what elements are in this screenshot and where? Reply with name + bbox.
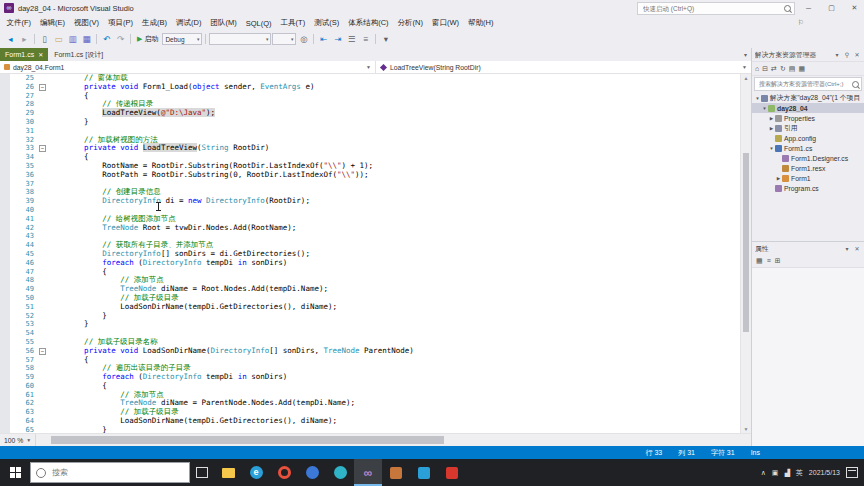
expand-icon[interactable]: ▶ xyxy=(768,116,775,121)
code-line[interactable]: } xyxy=(48,320,740,329)
code-line[interactable]: foreach (DirectoryInfo tempDi in sonDirs… xyxy=(48,373,740,382)
tray-icon-1[interactable]: ▣ xyxy=(772,469,779,477)
chevron-down-icon[interactable]: ▾ xyxy=(843,245,851,252)
fold-toggle-icon[interactable]: − xyxy=(39,348,46,355)
increase-indent-icon[interactable]: ⇥ xyxy=(331,32,344,46)
uncomment-icon[interactable]: ≡ xyxy=(359,32,372,46)
collapse-all-icon[interactable]: ⊟ xyxy=(762,64,768,74)
scroll-down-icon[interactable]: ▼ xyxy=(741,426,751,432)
tree-item[interactable]: Form1.Designer.cs xyxy=(752,153,864,163)
properties-icon[interactable]: ▦ xyxy=(798,64,805,74)
fold-gutter[interactable]: −−− xyxy=(37,74,48,433)
collapse-icon[interactable]: ▼ xyxy=(768,146,775,151)
code-line[interactable]: private void LoadTreeView(String RootDir… xyxy=(48,144,740,153)
menu-item[interactable]: 测试(S) xyxy=(310,18,344,28)
breakpoint-margin[interactable] xyxy=(0,74,10,433)
fold-toggle-icon[interactable]: − xyxy=(39,145,46,152)
sync-with-active-document-icon[interactable]: ⇄ xyxy=(771,64,777,74)
edge-icon[interactable]: e xyxy=(242,459,270,486)
collapse-icon[interactable]: ▼ xyxy=(761,106,768,111)
tree-item[interactable]: Form1.resx xyxy=(752,163,864,173)
nav-forward-icon[interactable]: ▸ xyxy=(18,32,31,46)
decrease-indent-icon[interactable]: ⇤ xyxy=(317,32,330,46)
scroll-up-icon[interactable]: ▲ xyxy=(741,75,751,81)
solution-search-input[interactable] xyxy=(757,80,850,88)
toolbar-overflow-icon[interactable]: ▾ xyxy=(379,32,392,46)
save-icon[interactable]: ▥ xyxy=(66,32,79,46)
show-all-files-icon[interactable]: ▤ xyxy=(789,64,796,74)
zoom-control[interactable]: 100 % ▼ xyxy=(0,434,36,446)
code-line[interactable]: private void LoadSonDirName(DirectoryInf… xyxy=(48,347,740,356)
alphabetical-icon[interactable]: ≡ xyxy=(767,256,771,266)
close-button[interactable]: ✕ xyxy=(845,1,864,16)
code-line[interactable]: LoadTreeView(@"D:\Java"); xyxy=(48,109,740,118)
save-all-icon[interactable]: ▦ xyxy=(80,32,93,46)
open-file-icon[interactable]: ▭ xyxy=(52,32,65,46)
pin-icon[interactable]: ⚲ xyxy=(843,51,851,58)
code-editor[interactable]: 2526272829303132333435363738394041424344… xyxy=(0,74,751,433)
task-view-button[interactable] xyxy=(190,459,214,486)
code-line[interactable]: } xyxy=(48,426,740,433)
fold-toggle-icon[interactable]: − xyxy=(39,84,46,91)
tree-item[interactable]: App.config xyxy=(752,133,864,143)
language-indicator[interactable]: 英 xyxy=(796,468,803,478)
file-explorer-icon[interactable] xyxy=(214,459,242,486)
tree-item[interactable]: ▼解决方案"day28_04"(1 个项目 xyxy=(752,93,864,103)
taskbar-clock[interactable]: 2021/5/13 xyxy=(809,469,840,477)
code-content[interactable]: // 窗体加载 private void Form1_Load(object s… xyxy=(48,74,740,433)
categorized-icon[interactable]: ▦ xyxy=(756,256,763,266)
debug-config-dropdown[interactable]: Debug▾ xyxy=(162,33,202,45)
breadcrumb-member-dropdown[interactable]: LoadTreeView(String RootDir) ▼ xyxy=(376,61,751,73)
new-file-icon[interactable]: ▯ xyxy=(38,32,51,46)
app-icon-blue[interactable] xyxy=(298,459,326,486)
solution-search-box[interactable] xyxy=(754,77,862,91)
expand-icon[interactable]: ▶ xyxy=(768,126,775,131)
property-pages-icon[interactable]: ⊞ xyxy=(775,256,781,266)
menu-item[interactable]: 体系结构(C) xyxy=(344,18,393,28)
home-icon[interactable]: ⌂ xyxy=(755,64,759,74)
tree-item[interactable]: ▼Form1.cs xyxy=(752,143,864,153)
menu-item[interactable]: 窗口(W) xyxy=(428,18,464,28)
vscode-icon[interactable] xyxy=(410,459,438,486)
scrollbar-thumb[interactable] xyxy=(743,153,749,333)
visual-studio-icon[interactable]: ∞ xyxy=(354,459,382,486)
nav-backward-icon[interactable]: ◂ xyxy=(4,32,17,46)
app-icon-teal[interactable] xyxy=(326,459,354,486)
run-target-dropdown[interactable]: ▾ xyxy=(272,33,296,45)
minimize-button[interactable]: ─ xyxy=(799,1,818,16)
code-line[interactable]: foreach (DirectoryInfo tempDi in sonDirs… xyxy=(48,259,740,268)
menu-item[interactable]: 工具(T) xyxy=(276,18,310,28)
undo-icon[interactable]: ↶ xyxy=(100,32,113,46)
menu-item[interactable]: 文件(F) xyxy=(2,18,36,28)
tree-item[interactable]: ▶Form1 xyxy=(752,173,864,183)
expand-icon[interactable]: ▶ xyxy=(775,176,782,181)
code-line[interactable]: DirectoryInfo di = new DirectoryInfo(Roo… xyxy=(48,197,740,206)
taskbar-search-input[interactable] xyxy=(50,467,184,478)
action-center-icon[interactable] xyxy=(846,467,858,478)
feedback-icon[interactable]: ⚐ xyxy=(798,19,804,27)
taskbar-search-box[interactable] xyxy=(30,462,190,483)
hidden-icons-chevron[interactable]: ∧ xyxy=(761,469,766,477)
menu-item[interactable]: 生成(B) xyxy=(138,18,172,28)
editor-horizontal-scrollbar[interactable] xyxy=(36,434,751,446)
menu-item[interactable]: SQL(Q) xyxy=(241,19,276,28)
tree-item[interactable]: ▶Properties xyxy=(752,113,864,123)
app-icon-orange[interactable] xyxy=(382,459,410,486)
menu-item[interactable]: 调试(D) xyxy=(172,18,206,28)
breadcrumb-type-dropdown[interactable]: day28_04.Form1 ▼ xyxy=(0,61,376,73)
start-button[interactable] xyxy=(0,459,30,486)
tab-overflow-icon[interactable]: ▾ xyxy=(740,48,751,61)
solution-explorer-header[interactable]: 解决方案资源管理器 ▾ ⚲ ✕ xyxy=(752,48,864,61)
collapse-icon[interactable]: ▼ xyxy=(754,96,761,101)
close-icon[interactable]: ✕ xyxy=(853,51,861,58)
code-line[interactable]: private void Form1_Load(object sender, E… xyxy=(48,83,740,92)
menu-item[interactable]: 编辑(E) xyxy=(36,18,70,28)
tree-item[interactable]: ▶引用 xyxy=(752,123,864,133)
code-line[interactable]: } xyxy=(48,118,740,127)
maximize-button[interactable]: ▢ xyxy=(822,1,841,16)
find-icon[interactable]: ◎ xyxy=(297,32,310,46)
close-icon[interactable]: ✕ xyxy=(38,52,43,58)
menu-item[interactable]: 项目(P) xyxy=(104,18,138,28)
properties-header[interactable]: 属性 ▾ ✕ xyxy=(752,242,864,255)
browser-icon[interactable] xyxy=(270,459,298,486)
